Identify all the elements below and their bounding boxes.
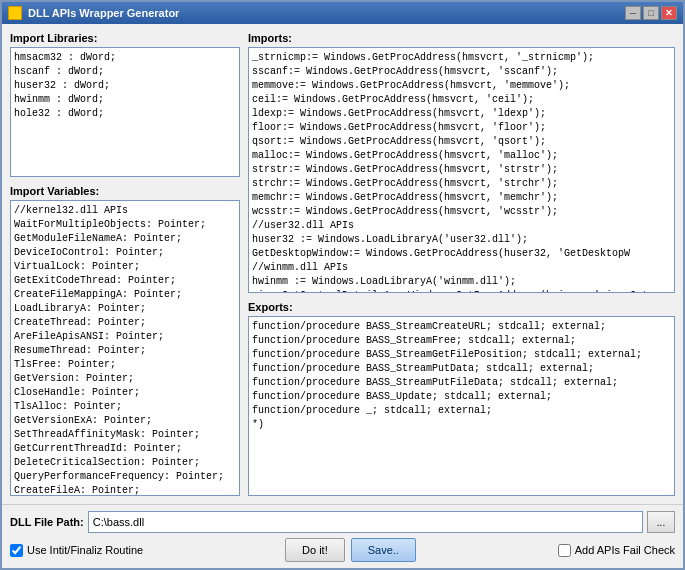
save-button[interactable]: Save.. (351, 538, 416, 562)
imports-label: Imports: (248, 32, 675, 44)
import-libs-section: Import Libraries: (10, 32, 240, 177)
browse-button[interactable]: ... (647, 511, 675, 533)
title-bar-left: DLL APIs Wrapper Generator (8, 6, 179, 20)
import-vars-label: Import Variables: (10, 185, 240, 197)
bottom-actions: Use Intit/Finaliz Routine Do it! Save.. … (10, 538, 675, 562)
imports-section: Imports: (248, 32, 675, 293)
import-vars-section: Import Variables: (10, 185, 240, 496)
imports-container (248, 47, 675, 293)
exports-container (248, 316, 675, 496)
left-panel: Import Libraries: Import Variables: (10, 32, 240, 496)
dll-path-label: DLL File Path: (10, 516, 84, 528)
import-vars-textarea[interactable] (11, 201, 239, 495)
add-apis-label: Add APIs Fail Check (575, 544, 675, 556)
close-button[interactable]: ✕ (661, 6, 677, 20)
main-content: Import Libraries: Import Variables: Impo… (2, 24, 683, 504)
do-it-button[interactable]: Do it! (285, 538, 345, 562)
app-icon (8, 6, 22, 20)
window-controls: ─ □ ✕ (625, 6, 677, 20)
main-window: DLL APIs Wrapper Generator ─ □ ✕ Import … (0, 0, 685, 570)
import-libs-textarea[interactable] (11, 48, 239, 176)
import-libs-label: Import Libraries: (10, 32, 240, 44)
use-init-checkbox[interactable] (10, 544, 23, 557)
right-panel: Imports: Exports: (248, 32, 675, 496)
maximize-button[interactable]: □ (643, 6, 659, 20)
add-apis-checkbox[interactable] (558, 544, 571, 557)
imports-textarea[interactable] (249, 48, 674, 292)
exports-label: Exports: (248, 301, 675, 313)
title-bar: DLL APIs Wrapper Generator ─ □ ✕ (2, 2, 683, 24)
add-apis-checkbox-row: Add APIs Fail Check (558, 544, 675, 557)
exports-section: Exports: (248, 301, 675, 496)
use-init-label: Use Intit/Finaliz Routine (27, 544, 143, 556)
bottom-bar: DLL File Path: ... Use Intit/Finaliz Rou… (2, 504, 683, 568)
import-libs-container (10, 47, 240, 177)
dll-path-row: DLL File Path: ... (10, 511, 675, 533)
window-title: DLL APIs Wrapper Generator (28, 7, 179, 19)
exports-textarea[interactable] (249, 317, 674, 495)
dll-path-input[interactable] (88, 511, 643, 533)
import-vars-container (10, 200, 240, 496)
minimize-button[interactable]: ─ (625, 6, 641, 20)
use-init-checkbox-row: Use Intit/Finaliz Routine (10, 544, 143, 557)
